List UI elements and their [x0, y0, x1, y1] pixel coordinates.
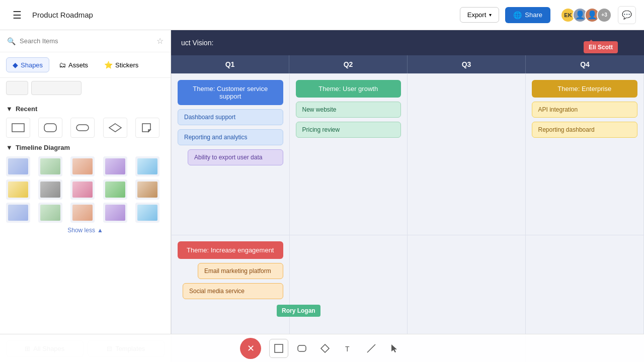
tab-shapes-label: Shapes [21, 61, 43, 69]
shape-pill[interactable] [70, 118, 95, 138]
theme-engagement-bar: Theme: Increase engagement [178, 241, 283, 259]
pricing-review-card[interactable]: Pricing review [296, 122, 401, 138]
roadmap-body-row1: Theme: Customer service support Dashboar… [171, 73, 644, 235]
show-less-label: Show less [67, 227, 95, 234]
svg-rect-2 [76, 125, 89, 131]
dashboard-support-card[interactable]: Dashboard support [178, 109, 283, 125]
shape-rounded-rect[interactable] [38, 118, 62, 138]
share-button[interactable]: 🌐 Share [505, 7, 550, 23]
section-timeline-header[interactable]: ▼ Timeline Diagram [6, 144, 165, 151]
svg-marker-9 [391, 344, 397, 352]
tab-shapes[interactable]: ◆ Shapes [6, 57, 49, 72]
diamond-tool[interactable] [315, 339, 335, 358]
svg-rect-4 [275, 344, 283, 352]
quarter-q3: Q3 [408, 55, 526, 73]
q3-col [408, 74, 526, 235]
shape-tabs: ◆ Shapes 🗂 Assets ⭐ Stickers [0, 52, 171, 78]
line-tool[interactable] [362, 339, 381, 358]
diagram-item[interactable] [103, 156, 127, 176]
tab-assets[interactable]: 🗂 Assets [52, 57, 95, 72]
api-integration-card[interactable]: API integration [532, 102, 638, 118]
svg-rect-1 [44, 124, 56, 132]
shape-rectangle[interactable] [6, 118, 30, 138]
diagram-item[interactable] [70, 156, 95, 176]
pointer-tool[interactable] [385, 339, 404, 358]
diagram-item[interactable] [6, 179, 30, 200]
q2-col: Theme: User growth New website Pricing r… [290, 74, 408, 235]
new-website-card[interactable]: New website [296, 102, 401, 118]
diagram-item[interactable] [38, 179, 62, 200]
rectangle-icon [274, 343, 284, 353]
filter-btn-2[interactable] [31, 81, 82, 95]
section-timeline-label: Timeline Diagram [16, 144, 70, 151]
share-label: Share [525, 11, 542, 19]
search-input[interactable] [20, 37, 152, 45]
export-label: Export [467, 11, 487, 19]
diagram-item[interactable] [70, 203, 95, 223]
close-button[interactable]: ✕ [240, 338, 261, 359]
social-media-card[interactable]: Social media service [183, 283, 283, 299]
shape-document[interactable] [135, 118, 159, 138]
theme-enterprise-bar: Theme: Enterprise [532, 80, 638, 98]
menu-button[interactable]: ☰ [8, 6, 26, 24]
quarter-q4: Q4 [526, 55, 644, 73]
topbar: ☰ Product Roadmap Export ▾ 🌐 Share EK 👤 … [0, 0, 644, 30]
diagram-item[interactable] [6, 156, 30, 176]
diagram-item[interactable] [135, 203, 159, 223]
section-recent-label: Recent [16, 105, 37, 113]
diagram-item[interactable] [70, 179, 95, 200]
search-icon: 🔍 [7, 37, 16, 45]
timeline-diagram-grid [6, 156, 165, 223]
shape-diamond[interactable] [103, 118, 127, 138]
quarters-row: Q1 Q2 Q3 Q4 [171, 55, 644, 73]
canvas-area[interactable]: uct Vision: Q1 Q2 Q3 Q4 Theme: Customer … [171, 30, 644, 362]
diagram-item[interactable] [6, 203, 30, 223]
q1-col: Theme: Customer service support Dashboar… [172, 74, 290, 235]
svg-rect-5 [298, 345, 306, 351]
reporting-dashboard-card[interactable]: Reporting dashboard [532, 122, 638, 138]
text-tool[interactable]: T [339, 339, 358, 358]
rounded-rect-tool[interactable] [292, 339, 311, 358]
favorite-icon[interactable]: ☆ [156, 36, 164, 46]
export-button[interactable]: Export ▾ [460, 7, 500, 23]
section-recent-header[interactable]: ▼ Recent [6, 105, 165, 113]
left-panel: 🔍 ☆ ◆ Shapes 🗂 Assets ⭐ Stickers [0, 30, 171, 362]
show-less-button[interactable]: Show less ▲ [6, 227, 165, 234]
diagram-item[interactable] [38, 203, 62, 223]
svg-rect-0 [12, 124, 24, 132]
filter-btn-1[interactable] [6, 81, 28, 95]
svg-text:T: T [345, 345, 350, 353]
diagram-item[interactable] [38, 156, 62, 176]
q4-col: Theme: Enterprise API integration Report… [526, 74, 644, 235]
diagram-item[interactable] [135, 179, 159, 200]
diagram-item[interactable] [103, 179, 127, 200]
quarter-q1: Q1 [171, 55, 289, 73]
reporting-analytics-card[interactable]: Reporting and analytics [178, 129, 283, 145]
quarter-q2: Q2 [289, 55, 408, 73]
tab-assets-label: Assets [68, 61, 88, 69]
roadmap-wrapper: uct Vision: Q1 Q2 Q3 Q4 Theme: Customer … [171, 30, 644, 362]
avatar-overflow: +3 [597, 8, 612, 23]
email-platform-card[interactable]: Email marketing platform [198, 263, 283, 279]
theme-customer-bar: Theme: Customer service support [178, 80, 283, 105]
theme-user-growth-bar: Theme: User growth [296, 80, 401, 98]
export-user-data-card[interactable]: Ability to export user data [188, 149, 283, 165]
rounded-rect-icon [297, 343, 307, 353]
svg-marker-6 [321, 344, 329, 352]
diagram-item[interactable] [135, 156, 159, 176]
chevron-up-icon: ▲ [97, 227, 103, 234]
arrow-down-icon: ▼ [6, 105, 13, 113]
app-title: Product Roadmap [32, 11, 454, 19]
comment-button[interactable]: 💬 [618, 6, 636, 24]
panel-scroll: ▼ Recent [0, 96, 171, 335]
assets-icon: 🗂 [59, 61, 66, 69]
roadmap-header: uct Vision: [171, 30, 644, 55]
diagram-item[interactable] [103, 203, 127, 223]
rectangle-tool[interactable] [269, 339, 288, 358]
chevron-down-icon: ▾ [489, 12, 492, 18]
tab-stickers[interactable]: ⭐ Stickers [98, 57, 145, 72]
recent-shapes-grid [6, 118, 165, 138]
comment-icon: 💬 [622, 10, 632, 20]
bottom-toolbar: ✕ T [0, 334, 644, 362]
pointer-icon [389, 343, 399, 353]
